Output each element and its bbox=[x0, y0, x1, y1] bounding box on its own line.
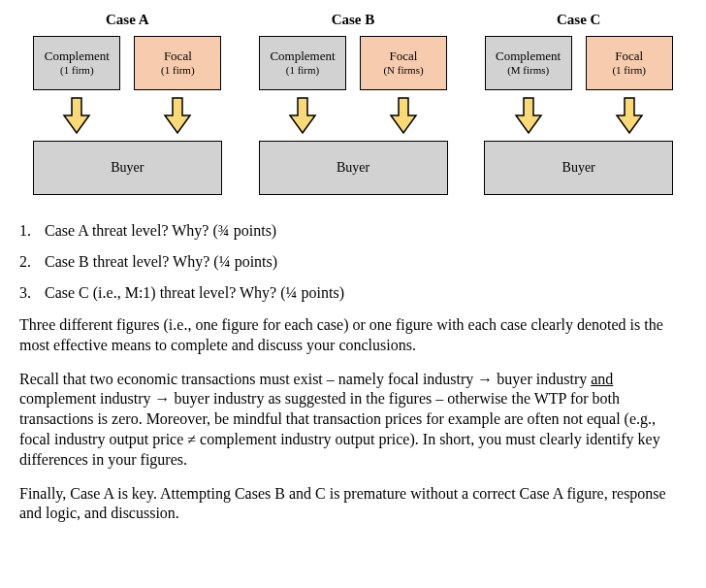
case-b-focal-box: Focal (N firms) bbox=[360, 36, 447, 90]
case-c: Case C Complement (M firms) Focal (1 fir… bbox=[470, 12, 687, 195]
paragraph-2-and: and bbox=[591, 371, 613, 387]
paragraph-1: Three different figures (i.e., one figur… bbox=[19, 315, 687, 356]
question-2-number: 2. bbox=[19, 253, 45, 271]
question-3: 3. Case C (i.e., M:1) threat level? Why?… bbox=[19, 284, 687, 302]
question-3-number: 3. bbox=[19, 284, 45, 302]
arrow-slot bbox=[33, 96, 120, 137]
case-a-arrows bbox=[33, 96, 221, 137]
arrow-slot bbox=[360, 96, 447, 137]
question-1: 1. Case A threat level? Why? (¾ points) bbox=[19, 222, 687, 240]
case-b-buyer-box: Buyer bbox=[259, 141, 448, 195]
case-b: Case B Complement (1 firm) Focal (N firm… bbox=[245, 12, 462, 195]
cases-diagram: Case A Complement (1 firm) Focal (1 firm… bbox=[19, 12, 687, 195]
paragraph-2b: complement industry → buyer industry as … bbox=[19, 390, 660, 467]
case-b-complement-box: Complement (1 firm) bbox=[259, 36, 346, 90]
case-b-title: Case B bbox=[332, 12, 375, 28]
complement-label: Complement bbox=[45, 49, 110, 64]
complement-label: Complement bbox=[270, 49, 335, 64]
paragraph-2: Recall that two economic transactions mu… bbox=[19, 370, 687, 471]
paragraph-2a: Recall that two economic transactions mu… bbox=[19, 371, 591, 387]
focal-sub: (1 firm) bbox=[612, 64, 646, 77]
question-2: 2. Case B threat level? Why? (¼ points) bbox=[19, 253, 687, 271]
arrow-down-icon bbox=[60, 96, 93, 137]
focal-label: Focal bbox=[164, 49, 192, 64]
case-a-focal-box: Focal (1 firm) bbox=[134, 36, 221, 90]
case-a-title: Case A bbox=[106, 12, 149, 28]
complement-label: Complement bbox=[496, 49, 561, 64]
question-2-text: Case B threat level? Why? (¼ points) bbox=[45, 253, 277, 271]
case-c-title: Case C bbox=[557, 12, 600, 28]
focal-sub: (1 firm) bbox=[161, 64, 195, 77]
question-1-number: 1. bbox=[19, 222, 45, 240]
focal-sub: (N firms) bbox=[383, 64, 423, 77]
arrow-down-icon bbox=[161, 96, 194, 137]
complement-sub: (1 firm) bbox=[286, 64, 320, 77]
case-b-boxes: Complement (1 firm) Focal (N firms) bbox=[259, 36, 447, 90]
case-a-complement-box: Complement (1 firm) bbox=[33, 36, 120, 90]
case-c-boxes: Complement (M firms) Focal (1 firm) bbox=[485, 36, 673, 90]
case-c-focal-box: Focal (1 firm) bbox=[586, 36, 673, 90]
question-list: 1. Case A threat level? Why? (¾ points) … bbox=[19, 222, 687, 302]
case-c-arrows bbox=[485, 96, 673, 137]
focal-label: Focal bbox=[390, 49, 418, 64]
complement-sub: (M firms) bbox=[507, 64, 549, 77]
question-1-text: Case A threat level? Why? (¾ points) bbox=[45, 222, 276, 240]
focal-label: Focal bbox=[615, 49, 643, 64]
arrow-slot bbox=[259, 96, 346, 137]
question-3-text: Case C (i.e., M:1) threat level? Why? (¼… bbox=[45, 284, 344, 302]
case-a-boxes: Complement (1 firm) Focal (1 firm) bbox=[33, 36, 221, 90]
case-a-buyer-box: Buyer bbox=[33, 141, 222, 195]
case-c-complement-box: Complement (M firms) bbox=[485, 36, 572, 90]
arrow-down-icon bbox=[613, 96, 646, 137]
arrow-slot bbox=[485, 96, 572, 137]
arrow-down-icon bbox=[512, 96, 545, 137]
arrow-down-icon bbox=[387, 96, 420, 137]
paragraph-3: Finally, Case A is key. Attempting Cases… bbox=[19, 484, 687, 525]
case-a: Case A Complement (1 firm) Focal (1 firm… bbox=[19, 12, 236, 195]
case-c-buyer-box: Buyer bbox=[484, 141, 673, 195]
arrow-down-icon bbox=[286, 96, 319, 137]
arrow-slot bbox=[134, 96, 221, 137]
case-b-arrows bbox=[259, 96, 447, 137]
arrow-slot bbox=[586, 96, 673, 137]
complement-sub: (1 firm) bbox=[60, 64, 94, 77]
